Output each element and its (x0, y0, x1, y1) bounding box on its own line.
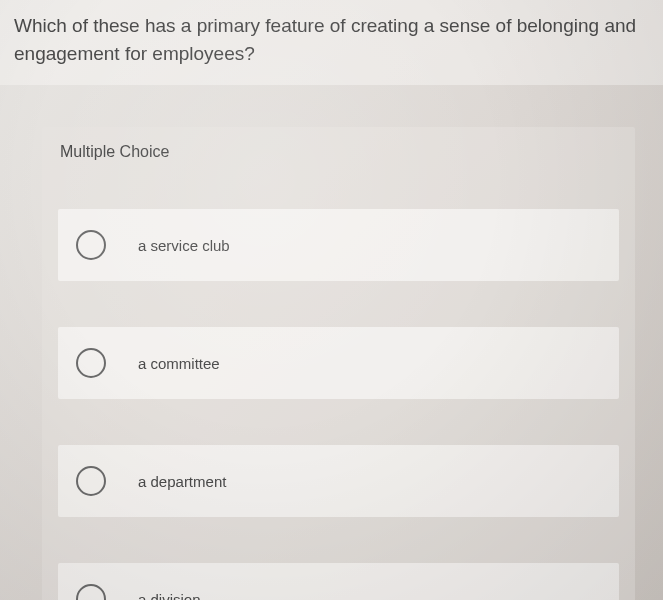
options-list: a service club a committee a department … (42, 209, 635, 600)
option-row[interactable]: a division (58, 563, 619, 600)
radio-icon[interactable] (76, 584, 106, 600)
radio-icon[interactable] (76, 230, 106, 260)
section-label: Multiple Choice (42, 127, 635, 209)
option-row[interactable]: a committee (58, 327, 619, 399)
multiple-choice-container: Multiple Choice a service club a committ… (42, 127, 635, 600)
radio-icon[interactable] (76, 348, 106, 378)
option-row[interactable]: a department (58, 445, 619, 517)
question-area: Which of these has a primary feature of … (0, 0, 663, 85)
option-row[interactable]: a service club (58, 209, 619, 281)
option-label: a service club (138, 237, 230, 254)
radio-icon[interactable] (76, 466, 106, 496)
question-text: Which of these has a primary feature of … (14, 12, 643, 67)
option-label: a division (138, 591, 201, 600)
option-label: a committee (138, 355, 220, 372)
option-label: a department (138, 473, 226, 490)
